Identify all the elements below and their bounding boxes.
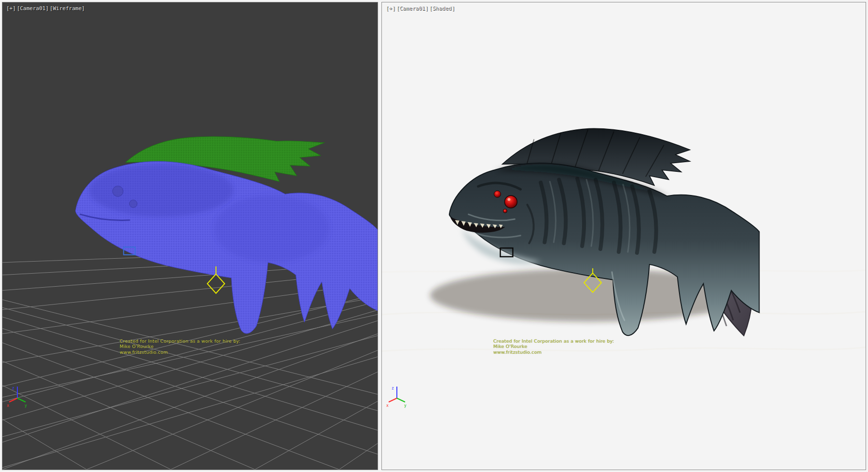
viewport-camera-menu[interactable]: [Camera01] bbox=[17, 5, 49, 12]
credit-text-right: Created for Intel Corporation as a work … bbox=[493, 338, 614, 355]
axis-z-label: z bbox=[392, 386, 394, 390]
wireframe-eye-large[interactable] bbox=[112, 186, 123, 196]
axis-x-label: x bbox=[7, 403, 9, 408]
credit-line-2: Mike O'Rourke bbox=[120, 344, 240, 349]
viewport-plus-menu[interactable]: [+] bbox=[386, 5, 395, 12]
credit-line-3: www.fritzstudio.com bbox=[493, 349, 614, 355]
viewport-shaded[interactable]: [+] [Camera01] [Shaded] Created for Inte… bbox=[381, 2, 866, 470]
axis-z-label: z bbox=[12, 386, 14, 390]
axis-x-line bbox=[389, 398, 397, 402]
shaded-canvas[interactable] bbox=[382, 2, 866, 470]
credit-line-2: Mike O'Rourke bbox=[493, 344, 614, 349]
wireframe-canvas[interactable] bbox=[2, 2, 378, 470]
viewport-shading-menu[interactable]: [Wireframe] bbox=[50, 5, 85, 12]
credit-text-left: Created for Intel Corporation as a work … bbox=[120, 338, 240, 355]
dual-viewport-stage: [+] [Camera01] [Wireframe] Created for I… bbox=[0, 0, 868, 472]
wireframe-fish-model[interactable] bbox=[76, 137, 378, 333]
wireframe-shading-smudge-2 bbox=[214, 195, 329, 263]
axis-y-label: y bbox=[404, 403, 407, 408]
world-axis-tripod: z x y bbox=[386, 383, 408, 409]
eye-small[interactable] bbox=[494, 191, 501, 197]
credit-line-3: www.fritzstudio.com bbox=[120, 349, 240, 355]
wireframe-shading-smudge bbox=[89, 164, 233, 217]
credit-line-1: Created for Intel Corporation as a work … bbox=[120, 338, 240, 344]
axis-y-line bbox=[17, 398, 26, 402]
axis-x-line bbox=[9, 398, 17, 402]
axis-x-label: x bbox=[386, 403, 389, 408]
viewport-label-left: [+] [Camera01] [Wireframe] bbox=[6, 5, 85, 12]
axis-y-label: y bbox=[25, 403, 27, 408]
viewport-camera-menu[interactable]: [Camera01] bbox=[396, 5, 428, 12]
eye-large-highlight bbox=[507, 198, 510, 201]
wireframe-eye-small[interactable] bbox=[129, 200, 137, 208]
viewport-label-right: [+] [Camera01] [Shaded] bbox=[386, 5, 455, 12]
world-axis-tripod: z x y bbox=[6, 383, 28, 409]
viewport-shading-menu[interactable]: [Shaded] bbox=[429, 5, 455, 12]
eye-large[interactable] bbox=[504, 195, 517, 208]
viewport-plus-menu[interactable]: [+] bbox=[6, 5, 16, 12]
credit-line-1: Created for Intel Corporation as a work … bbox=[493, 338, 614, 344]
axis-y-line bbox=[397, 398, 405, 402]
viewport-wireframe[interactable]: [+] [Camera01] [Wireframe] Created for I… bbox=[2, 2, 378, 470]
eye-tiny[interactable] bbox=[503, 209, 507, 213]
